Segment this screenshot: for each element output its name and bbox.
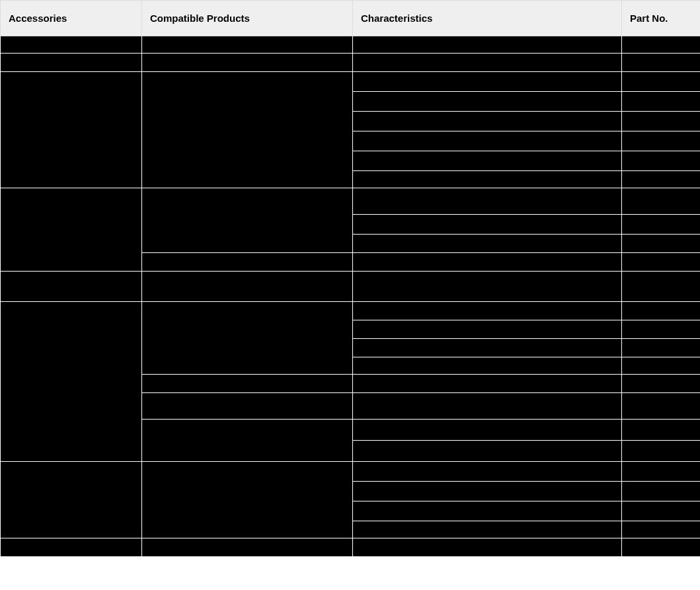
cell (1, 462, 142, 538)
table-row (1, 462, 701, 482)
table-row (1, 302, 701, 320)
cell (622, 420, 701, 441)
cell (353, 112, 622, 131)
cell (622, 36, 701, 54)
cell (353, 482, 622, 501)
cell (142, 72, 353, 188)
cell (353, 320, 622, 339)
cell (622, 357, 701, 375)
cell (353, 92, 622, 112)
cell (622, 131, 701, 151)
cell (353, 171, 622, 188)
cell (353, 462, 622, 482)
cell (622, 462, 701, 482)
cell (622, 112, 701, 131)
cell (353, 375, 622, 393)
cell (1, 272, 142, 302)
cell (142, 420, 353, 462)
cell (622, 538, 701, 557)
cell (353, 302, 622, 320)
cell (1, 302, 142, 462)
cell (353, 339, 622, 357)
cell (622, 151, 701, 171)
cell (353, 272, 622, 302)
cell (622, 375, 701, 393)
cell (1, 54, 142, 72)
cell (142, 393, 353, 420)
cell (353, 393, 622, 420)
table-row (1, 538, 701, 557)
col-accessories: Accessories (1, 1, 142, 36)
cell (353, 131, 622, 151)
cell (353, 521, 622, 538)
cell (622, 441, 701, 462)
cell (142, 272, 353, 302)
cell (622, 72, 701, 92)
cell (353, 36, 622, 54)
cell (622, 235, 701, 253)
table-row (1, 54, 701, 72)
cell (353, 253, 622, 272)
cell (353, 151, 622, 171)
table-row (1, 72, 701, 92)
cell (353, 357, 622, 375)
cell (1, 188, 142, 272)
col-part-no: Part No. (622, 1, 701, 36)
cell (353, 54, 622, 72)
cell (142, 54, 353, 72)
cell (142, 375, 353, 393)
cell (622, 521, 701, 538)
cell (622, 320, 701, 339)
cell (1, 36, 142, 54)
cell (142, 36, 353, 54)
cell (353, 215, 622, 235)
table-row (1, 188, 701, 215)
cell (622, 92, 701, 112)
cell (142, 253, 353, 272)
cell (353, 538, 622, 557)
cell (353, 420, 622, 441)
cell (353, 501, 622, 521)
cell (142, 538, 353, 557)
cell (622, 215, 701, 235)
cell (1, 538, 142, 557)
cell (142, 462, 353, 538)
table-row (1, 36, 701, 54)
cell (142, 188, 353, 253)
cell (353, 188, 622, 215)
table-body (1, 36, 701, 557)
table-header-row: Accessories Compatible Products Characte… (1, 1, 701, 36)
cell (622, 272, 701, 302)
cell (353, 72, 622, 92)
cell (353, 235, 622, 253)
cell (622, 482, 701, 501)
product-table: Accessories Compatible Products Characte… (0, 0, 700, 557)
cell (142, 302, 353, 375)
col-compatible: Compatible Products (142, 1, 353, 36)
cell (622, 188, 701, 215)
cell (622, 339, 701, 357)
cell (622, 393, 701, 420)
table-row (1, 272, 701, 302)
cell (353, 441, 622, 462)
cell (1, 72, 142, 188)
cell (622, 302, 701, 320)
cell (622, 171, 701, 188)
cell (622, 501, 701, 521)
cell (622, 253, 701, 272)
cell (622, 54, 701, 72)
col-characteristics: Characteristics (353, 1, 622, 36)
